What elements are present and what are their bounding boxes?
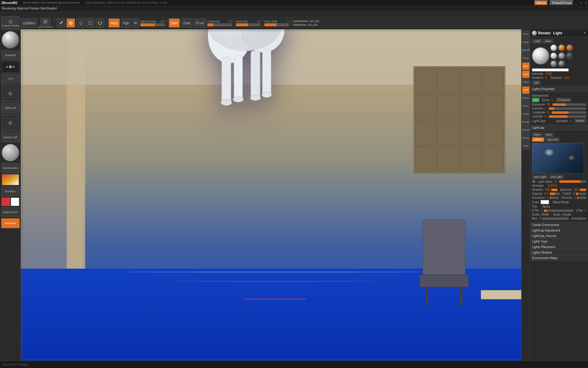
gamma-slider[interactable] bbox=[549, 107, 586, 110]
arsy-btn[interactable]: ARsy bbox=[522, 55, 530, 62]
zcont-btn[interactable]: ZCont bbox=[194, 18, 206, 28]
solo-btn[interactable]: Solo bbox=[522, 142, 530, 150]
rotate-rt-btn[interactable]: Rotate bbox=[522, 118, 530, 126]
mrgb-btn[interactable]: Mrgb bbox=[108, 18, 120, 28]
save-lc-btn[interactable]: Save bbox=[544, 132, 554, 137]
lights-type-header[interactable]: Lights Type bbox=[530, 239, 588, 244]
lights-shadow-header[interactable]: Lights Shadow bbox=[530, 250, 588, 255]
light-sphere-7[interactable] bbox=[566, 52, 573, 59]
frame-btn[interactable]: Frame bbox=[522, 94, 530, 102]
focal-shift-slider[interactable] bbox=[264, 23, 289, 26]
diffuse-btn[interactable]: Diffuse bbox=[532, 137, 544, 142]
spix-btn[interactable]: SPix bbox=[522, 31, 530, 38]
aperture-slider[interactable] bbox=[580, 189, 586, 191]
color-swatch[interactable] bbox=[541, 200, 549, 204]
light-index-slider[interactable] bbox=[559, 180, 586, 183]
light-sphere-8[interactable] bbox=[550, 60, 557, 67]
scale-tool-btn[interactable] bbox=[86, 18, 95, 28]
main-light-sphere[interactable] bbox=[532, 47, 549, 64]
polyf-btn[interactable]: PolyF bbox=[522, 39, 530, 46]
xyz-btn[interactable]: XYZ bbox=[522, 86, 530, 94]
aahalf-btn[interactable]: AAHalf bbox=[522, 47, 530, 54]
floor-btn[interactable]: Floor bbox=[522, 63, 530, 70]
light-sphere-5[interactable] bbox=[550, 52, 557, 59]
z-intensity-slider[interactable] bbox=[207, 23, 232, 26]
exposure-slider[interactable] bbox=[552, 103, 586, 106]
light-sphere-2[interactable] bbox=[550, 44, 557, 51]
draw-btn[interactable] bbox=[66, 18, 75, 28]
switch-color-btn[interactable]: SwitchColor bbox=[1, 207, 20, 217]
del-light-btn[interactable]: Del Light bbox=[549, 175, 564, 179]
zadd-btn[interactable]: Zadd bbox=[169, 18, 180, 28]
script-button[interactable]: DefaultZScript bbox=[550, 0, 573, 6]
m-btn[interactable]: M bbox=[132, 18, 139, 28]
light-sphere-3[interactable] bbox=[558, 44, 565, 51]
texture-preview[interactable]: ⊘ bbox=[2, 114, 19, 131]
draw-size-slider[interactable] bbox=[236, 23, 260, 26]
dots-btn[interactable]: Dots bbox=[1, 74, 20, 83]
light-sphere-4[interactable] bbox=[566, 44, 573, 51]
panel-expand-btn[interactable] bbox=[583, 31, 586, 35]
lights-placement-header[interactable]: Lights Placement bbox=[530, 244, 588, 250]
move-rt-btn[interactable]: Move bbox=[522, 102, 530, 110]
scale-rt-btn[interactable]: Scale bbox=[522, 110, 530, 118]
canvas-area[interactable] bbox=[21, 29, 530, 361]
lightcap-preview[interactable] bbox=[532, 143, 584, 174]
lsym-btn[interactable]: LSym bbox=[522, 79, 530, 86]
lightcap-horizon-header[interactable]: LightCap_Horizon bbox=[530, 233, 588, 239]
minimize-btn[interactable]: _ bbox=[575, 1, 577, 5]
lightcap-header[interactable]: LightCap bbox=[530, 125, 588, 131]
specular-btn[interactable]: Specular bbox=[545, 137, 560, 142]
alpha-off-btn[interactable]: Alpha Off bbox=[1, 103, 20, 113]
foreground-color[interactable] bbox=[2, 197, 10, 206]
quick-sketch-icon-btn[interactable] bbox=[40, 18, 50, 25]
gamma2-slider[interactable] bbox=[577, 197, 586, 199]
alpha-preview[interactable]: ⊘ bbox=[2, 85, 19, 102]
open-lc-btn[interactable]: Open bbox=[532, 132, 542, 137]
lights-properties-header[interactable]: Lights Properties bbox=[530, 86, 588, 92]
add-btn[interactable]: Add bbox=[532, 81, 541, 85]
texture-off-btn[interactable]: Texture Off bbox=[1, 132, 20, 142]
rgb-btn[interactable]: Rgb bbox=[121, 18, 131, 28]
blur-slider[interactable] bbox=[542, 217, 569, 220]
transp-btn[interactable]: Transp bbox=[522, 126, 530, 134]
brush-preview[interactable] bbox=[2, 61, 19, 72]
zsub-btn[interactable]: Zsub bbox=[181, 18, 192, 28]
menus-button[interactable]: Menus bbox=[534, 0, 548, 6]
local-btn[interactable]: Local bbox=[522, 71, 530, 78]
material-preview-sphere[interactable] bbox=[2, 31, 19, 48]
move-tool-btn[interactable] bbox=[76, 18, 85, 28]
background-color[interactable] bbox=[11, 197, 19, 206]
edit-btn[interactable] bbox=[57, 18, 65, 28]
threshold-btn[interactable]: Threshold bbox=[556, 98, 571, 102]
new-light-btn[interactable]: New Light bbox=[532, 175, 548, 179]
shadow-slider[interactable] bbox=[551, 189, 558, 191]
load-btn[interactable]: Load bbox=[532, 39, 542, 43]
light-sphere-6[interactable] bbox=[558, 52, 565, 59]
create-environment-header[interactable]: Create Environment bbox=[530, 222, 588, 228]
htile-slider[interactable] bbox=[544, 209, 573, 212]
skin-shade-btn[interactable]: SkinShade4 bbox=[1, 163, 20, 173]
reflect-btn[interactable]: Reflect bbox=[574, 119, 586, 123]
opacity-slider[interactable] bbox=[550, 193, 560, 195]
save-btn[interactable]: Save bbox=[543, 39, 553, 43]
lightbox-btn[interactable]: LightBox bbox=[21, 18, 37, 28]
maximize-btn[interactable]: □ bbox=[580, 1, 582, 5]
lightcap-adjustment-header[interactable]: LightCap Adjustment bbox=[530, 228, 588, 233]
alternate-btn[interactable]: Alternate bbox=[1, 218, 20, 228]
gradient-swatch[interactable] bbox=[2, 174, 19, 185]
environment-maps-header[interactable]: Environment Maps bbox=[530, 255, 588, 261]
on-btn[interactable]: On bbox=[532, 98, 539, 102]
rgb-intensity-slider[interactable] bbox=[140, 23, 165, 26]
gradient-btn[interactable]: Gradient bbox=[1, 186, 20, 196]
projection-master-btn[interactable]: ⊙ Projection Master bbox=[1, 16, 20, 30]
rotate-tool-btn[interactable] bbox=[96, 18, 104, 28]
exposure2-slider[interactable] bbox=[550, 197, 559, 199]
longitude-slider[interactable] bbox=[552, 111, 586, 114]
latitude-slider[interactable] bbox=[549, 115, 586, 118]
intensity-white-bar[interactable] bbox=[532, 68, 569, 71]
skin-shade-preview[interactable] bbox=[2, 144, 19, 161]
falloff-slider[interactable] bbox=[576, 193, 586, 195]
ghost-btn[interactable]: Ghost bbox=[522, 134, 530, 142]
close-btn[interactable]: × bbox=[585, 1, 587, 5]
